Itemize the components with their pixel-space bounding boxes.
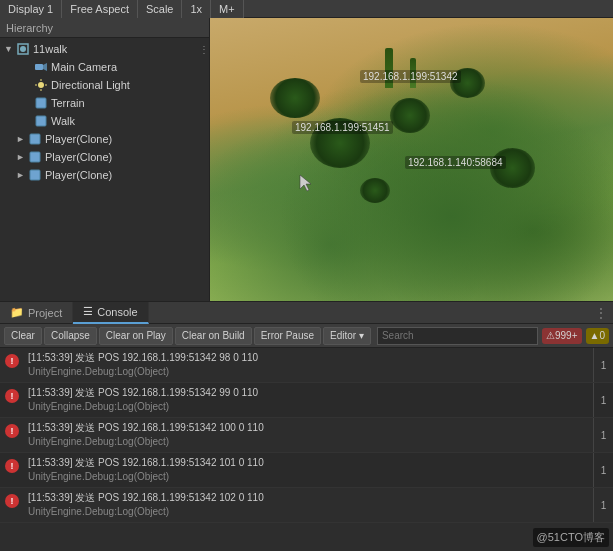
log-line2-3: UnityEngine.Debug:Log(Object): [28, 435, 589, 449]
log-icon-col-2: !: [0, 383, 24, 417]
log-icon-col-5: !: [0, 488, 24, 522]
log-line1-3: [11:53:39] 发送 POS 192.168.1.199:51342 10…: [28, 421, 589, 435]
log-line2-1: UnityEngine.Debug:Log(Object): [28, 365, 589, 379]
error-badge-count: 999+: [555, 330, 578, 341]
clear-on-play-button[interactable]: Clear on Play: [99, 327, 173, 345]
svg-rect-9: [36, 98, 46, 108]
editor-dropdown-button[interactable]: Editor ▾: [323, 327, 371, 345]
tab-console[interactable]: ☰ Console: [73, 302, 148, 324]
bottom-panel-menu[interactable]: ⋮: [595, 306, 613, 320]
top-bar: Display 1 Free Aspect Scale 1x M+: [0, 0, 613, 18]
scene-panel: 192.168.1.199:51342 192.168.1.199:51451 …: [210, 18, 613, 301]
player-2-icon: [28, 150, 42, 164]
log-text-5: [11:53:39] 发送 POS 192.168.1.199:51342 10…: [24, 488, 593, 522]
log-entry-2[interactable]: ! [11:53:39] 发送 POS 192.168.1.199:51342 …: [0, 383, 613, 418]
log-count-2: 1: [593, 383, 613, 417]
scene-icon: [16, 42, 30, 56]
hier-label-11walk: 11walk: [33, 43, 67, 55]
console-toolbar: Clear Collapse Clear on Play Clear on Bu…: [0, 324, 613, 348]
log-error-icon-1: !: [5, 354, 19, 368]
clear-button[interactable]: Clear: [4, 327, 42, 345]
error-pause-button[interactable]: Error Pause: [254, 327, 321, 345]
terrain-icon: [34, 96, 48, 110]
scale-value[interactable]: 1x: [182, 0, 211, 18]
hier-item-player-1[interactable]: ► Player(Clone): [0, 130, 209, 148]
svg-point-1: [20, 46, 26, 52]
log-error-icon-3: !: [5, 424, 19, 438]
project-tab-icon: 📁: [10, 306, 24, 319]
log-entry-4[interactable]: ! [11:53:39] 发送 POS 192.168.1.199:51342 …: [0, 453, 613, 488]
arrow-player-1: ►: [16, 134, 28, 144]
hier-item-main-camera[interactable]: Main Camera: [0, 58, 209, 76]
hierarchy-title: Hierarchy: [6, 22, 53, 34]
log-line1-2: [11:53:39] 发送 POS 192.168.1.199:51342 99…: [28, 386, 589, 400]
svg-rect-13: [30, 170, 40, 180]
hier-label-main-camera: Main Camera: [51, 61, 117, 73]
hier-item-11walk[interactable]: ▼ 11walk ⋮: [0, 40, 209, 58]
hier-item-walk[interactable]: Walk: [0, 112, 209, 130]
arrow-player-3: ►: [16, 170, 28, 180]
log-error-icon-2: !: [5, 389, 19, 403]
log-text-3: [11:53:39] 发送 POS 192.168.1.199:51342 10…: [24, 418, 593, 452]
hier-label-walk: Walk: [51, 115, 75, 127]
svg-marker-14: [300, 175, 311, 191]
svg-rect-12: [30, 152, 40, 162]
hier-label-player-3: Player(Clone): [45, 169, 112, 181]
label-3d-1: 192.168.1.199:51342: [360, 70, 461, 83]
bush-6: [360, 178, 390, 203]
console-tab-label: Console: [97, 306, 137, 318]
main-area: Hierarchy ▼ 11walk ⋮ Main Camera: [0, 18, 613, 301]
log-line1-1: [11:53:39] 发送 POS 192.168.1.199:51342 98…: [28, 351, 589, 365]
clear-on-build-button[interactable]: Clear on Build: [175, 327, 252, 345]
project-tab-label: Project: [28, 307, 62, 319]
hierarchy-content: ▼ 11walk ⋮ Main Camera: [0, 38, 209, 301]
warn-badge-icon: ▲: [590, 330, 600, 341]
hier-item-player-2[interactable]: ► Player(Clone): [0, 148, 209, 166]
log-line2-4: UnityEngine.Debug:Log(Object): [28, 470, 589, 484]
cursor: [298, 173, 314, 196]
log-count-5: 1: [593, 488, 613, 522]
misc-button[interactable]: M+: [211, 0, 244, 18]
log-error-icon-4: !: [5, 459, 19, 473]
log-text-2: [11:53:39] 发送 POS 192.168.1.199:51342 99…: [24, 383, 593, 417]
error-badge-icon: ⚠: [546, 330, 555, 341]
log-line1-4: [11:53:39] 发送 POS 192.168.1.199:51342 10…: [28, 456, 589, 470]
log-entry-3[interactable]: ! [11:53:39] 发送 POS 192.168.1.199:51342 …: [0, 418, 613, 453]
label-3d-3: 192.168.1.140:58684: [405, 156, 506, 169]
scene-view[interactable]: 192.168.1.199:51342 192.168.1.199:51451 …: [210, 18, 613, 301]
log-entry-5[interactable]: ! [11:53:39] 发送 POS 192.168.1.199:51342 …: [0, 488, 613, 523]
display-dropdown[interactable]: Display 1: [0, 0, 62, 18]
log-line2-2: UnityEngine.Debug:Log(Object): [28, 400, 589, 414]
hier-item-directional-light[interactable]: Directional Light: [0, 76, 209, 94]
hier-item-player-3[interactable]: ► Player(Clone): [0, 166, 209, 184]
bush-2: [390, 98, 430, 133]
console-tab-icon: ☰: [83, 305, 93, 318]
hier-item-terrain[interactable]: Terrain: [0, 94, 209, 112]
hier-label-dir-light: Directional Light: [51, 79, 130, 91]
walk-icon: [34, 114, 48, 128]
bottom-tabs: 📁 Project ☰ Console ⋮: [0, 302, 613, 324]
collapse-button[interactable]: Collapse: [44, 327, 97, 345]
hierarchy-header: Hierarchy: [0, 18, 209, 38]
tab-project[interactable]: 📁 Project: [0, 302, 73, 324]
hier-label-player-1: Player(Clone): [45, 133, 112, 145]
svg-point-4: [38, 82, 44, 88]
player-3-icon: [28, 168, 42, 182]
svg-rect-10: [36, 116, 46, 126]
hier-menu-11walk[interactable]: ⋮: [199, 44, 209, 55]
log-text-1: [11:53:39] 发送 POS 192.168.1.199:51342 98…: [24, 348, 593, 382]
hierarchy-panel: Hierarchy ▼ 11walk ⋮ Main Camera: [0, 18, 210, 301]
watermark: @51CTO博客: [533, 528, 609, 547]
console-search-input[interactable]: [377, 327, 538, 345]
log-entry-1[interactable]: ! [11:53:39] 发送 POS 192.168.1.199:51342 …: [0, 348, 613, 383]
log-line2-5: UnityEngine.Debug:Log(Object): [28, 505, 589, 519]
log-icon-col-1: !: [0, 348, 24, 382]
console-list: ! [11:53:39] 发送 POS 192.168.1.199:51342 …: [0, 348, 613, 551]
svg-marker-3: [43, 63, 47, 71]
error-badge: ⚠ 999+: [542, 328, 582, 344]
log-error-icon-5: !: [5, 494, 19, 508]
aspect-dropdown[interactable]: Free Aspect: [62, 0, 138, 18]
log-count-1: 1: [593, 348, 613, 382]
log-line1-5: [11:53:39] 发送 POS 192.168.1.199:51342 10…: [28, 491, 589, 505]
log-icon-col-4: !: [0, 453, 24, 487]
